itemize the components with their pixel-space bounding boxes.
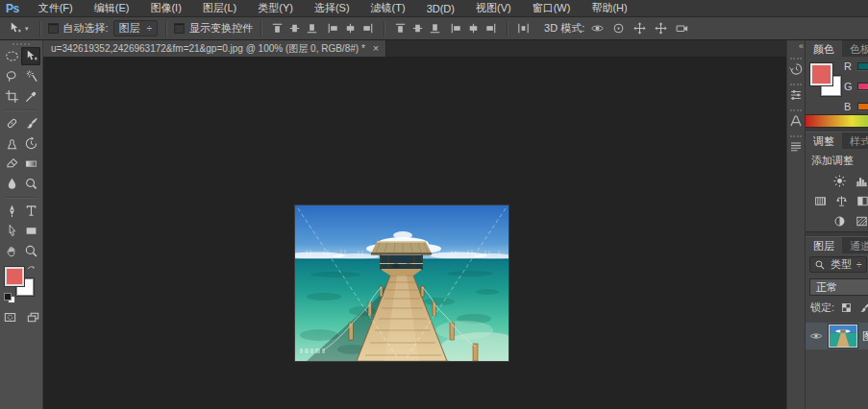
menu-help[interactable]: 帮助(H) [581,0,637,16]
tab-adjustments[interactable]: 调整 [806,132,842,149]
swap-colors-button[interactable] [26,264,37,276]
dodge-tool[interactable] [21,175,40,193]
menu-type[interactable]: 类型(Y) [247,0,304,16]
blur-tool[interactable] [2,175,21,193]
layer-name[interactable]: 图层 0 [862,329,868,344]
black-white-button[interactable] [855,193,868,209]
color-balance-button[interactable] [834,193,850,209]
menu-file[interactable]: 文件(F) [28,0,84,16]
3d-pan-button[interactable] [632,20,648,36]
divider [507,21,508,36]
character-panel-button[interactable] [788,109,804,129]
lock-paint-button[interactable] [858,301,868,314]
align-vertical-center-button[interactable] [286,20,303,36]
type-tool[interactable] [21,202,40,220]
crop-tool[interactable] [2,87,21,106]
3d-orbit-button[interactable] [589,20,606,36]
blue-slider[interactable] [857,103,868,110]
foreground-color-swatch[interactable] [810,63,832,85]
layer-filter-dropdown[interactable]: 类型 ÷ [809,256,867,273]
lock-transparency-icon [840,301,853,314]
tools-panel-grip[interactable] [0,40,42,47]
tool-preset-picker[interactable]: ▾ [5,20,32,36]
menu-edit[interactable]: 编辑(E) [84,0,140,16]
menu-image[interactable]: 图像(I) [139,0,191,16]
foreground-color-swatch[interactable] [5,267,24,286]
collapsed-panel-strip: « [786,40,805,409]
close-tab-icon[interactable]: × [373,43,379,54]
pen-tool[interactable] [2,202,21,220]
canvas-image-pier-photo[interactable] [295,205,508,361]
3d-camera-button[interactable] [674,20,690,36]
levels-button[interactable] [854,173,868,189]
auto-select-checkbox[interactable] [48,23,59,34]
magic-wand-tool[interactable] [21,67,40,85]
green-slider[interactable] [857,83,868,90]
zoom-tool[interactable] [21,242,40,260]
distribute-top-button[interactable] [392,20,409,36]
red-slider[interactable] [857,62,868,70]
align-right-icon [360,21,375,36]
workspace: u=342619352,2426963172&fm=21&gp=0.jpg @ … [0,40,868,409]
auto-select-target-dropdown[interactable]: 图层 ÷ [113,20,159,36]
quick-mask-button[interactable] [3,310,17,325]
tab-channels[interactable]: 通道 [842,237,868,253]
auto-distribute-button[interactable] [515,20,532,36]
distribute-right-button[interactable] [483,20,499,36]
layer-thumbnail[interactable] [829,325,857,348]
layer-row[interactable]: 图层 0 [806,323,868,349]
menu-view[interactable]: 视图(V) [465,0,522,16]
distribute-vertical-center-button[interactable] [409,20,426,36]
align-right-button[interactable] [360,20,376,36]
menu-layer[interactable]: 图层(L) [192,0,247,16]
distribute-left-button[interactable] [448,20,464,36]
show-transform-checkbox[interactable] [174,23,185,34]
align-bottom-button[interactable] [304,20,320,36]
distribute-horizontal-center-button[interactable] [465,20,482,36]
brush-tool[interactable] [21,114,40,132]
elliptical-marquee-tool[interactable] [2,47,21,65]
menu-select[interactable]: 选择(S) [304,0,360,16]
layer-visibility-toggle[interactable] [808,328,824,344]
photo-filter-button[interactable] [831,213,848,229]
clone-stamp-tool[interactable] [2,134,21,153]
tab-color[interactable]: 颜色 [806,40,842,57]
3d-slide-button[interactable] [653,20,669,36]
path-select-tool[interactable] [2,222,21,240]
eraser-tool[interactable] [2,155,21,173]
lasso-tool[interactable] [2,67,21,85]
align-horizontal-center-button[interactable] [342,20,359,36]
color-spectrum-ramp[interactable] [806,114,868,127]
shape-tool[interactable] [21,222,40,240]
align-left-button[interactable] [325,20,341,36]
menu-window[interactable]: 窗口(W) [522,0,582,16]
properties-panel-button[interactable] [788,84,804,103]
tab-layers[interactable]: 图层 [806,237,842,253]
move-tool[interactable] [21,47,40,65]
gradient-tool[interactable] [21,155,40,173]
default-colors-button[interactable] [4,293,14,302]
tab-swatches[interactable]: 色板 [842,40,868,57]
hand-tool[interactable] [2,242,21,260]
menu-3d[interactable]: 3D(D) [416,2,465,15]
channel-mixer-button[interactable] [854,213,868,229]
eyedropper-tool[interactable] [21,87,40,106]
healing-brush-tool[interactable] [2,114,21,132]
tab-styles[interactable]: 样式 [842,132,868,149]
vibrance-button[interactable] [813,193,829,209]
menu-filter[interactable]: 滤镜(T) [360,0,416,16]
align-top-button[interactable] [269,20,285,36]
levels-histogram-icon [855,174,868,188]
blend-mode-dropdown[interactable]: 正常 [809,278,868,296]
history-brush-tool[interactable] [21,134,40,153]
3d-roll-button[interactable] [610,20,627,36]
distribute-bottom-button[interactable] [427,20,443,36]
canvas-area[interactable] [43,57,786,409]
screen-mode-button[interactable] [26,310,40,325]
history-panel-button[interactable] [788,58,804,77]
lock-transparency-button[interactable] [840,301,853,314]
document-tab[interactable]: u=342619352,2426963172&fm=21&gp=0.jpg @ … [43,40,386,57]
magic-wand-icon [24,69,38,84]
paragraph-panel-button[interactable] [788,135,804,155]
brightness-contrast-button[interactable] [831,173,848,189]
